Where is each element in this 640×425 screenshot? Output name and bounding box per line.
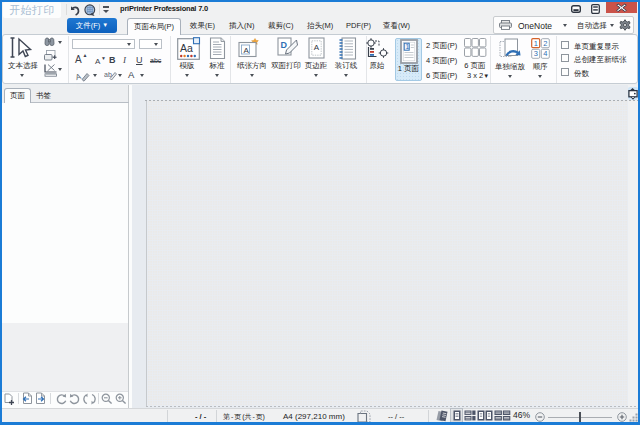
svg-text:2: 2 — [543, 39, 547, 48]
svg-text:ab: ab — [104, 71, 112, 78]
svg-text:Aa: Aa — [180, 42, 193, 54]
svg-text:D: D — [281, 40, 288, 50]
svg-text:4: 4 — [543, 49, 547, 58]
svg-text:1: 1 — [534, 39, 538, 48]
svg-text:1: 1 — [406, 43, 410, 50]
svg-text:A: A — [76, 72, 83, 82]
svg-text:A: A — [314, 43, 320, 52]
svg-text:3: 3 — [534, 49, 538, 58]
svg-text:A: A — [244, 46, 250, 55]
